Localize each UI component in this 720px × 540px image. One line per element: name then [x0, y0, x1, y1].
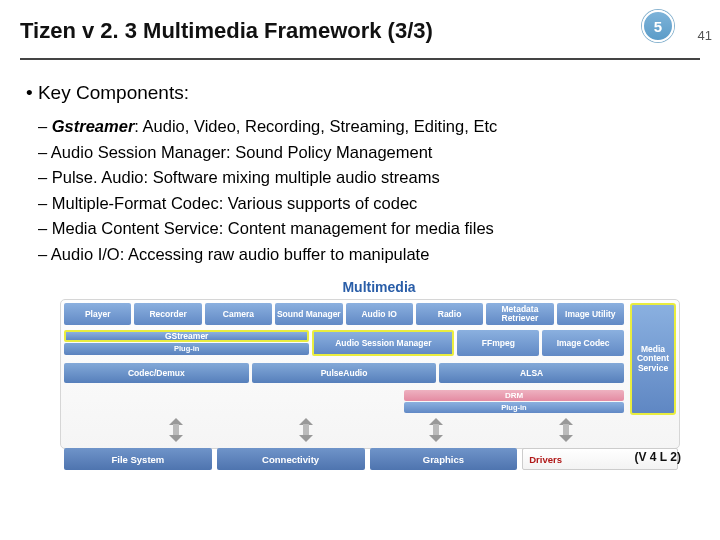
- double-arrow-icon: [423, 418, 449, 442]
- box-metadata-retriever: Metadata Retriever: [486, 303, 553, 325]
- diagram-row-middleware: GStreamer Plug-in Audio Session Manager …: [64, 330, 624, 358]
- page-number-badge: 41: [698, 28, 712, 43]
- box-gstreamer: GStreamer: [64, 330, 309, 342]
- box-gstreamer-plugin: Plug-in: [64, 343, 309, 355]
- box-drm: DRM: [404, 390, 624, 401]
- box-connectivity: Connectivity: [217, 448, 365, 470]
- box-pulseaudio: PulseAudio: [252, 363, 437, 383]
- diagram-footer-row: File System Connectivity Graphics Driver…: [61, 448, 681, 470]
- slide-header: Tizen v 2. 3 Multimedia Framework (3/3) …: [0, 0, 720, 52]
- list-item: Multiple-Format Codec: Various supports …: [56, 191, 694, 217]
- double-arrow-icon: [553, 418, 579, 442]
- architecture-diagram: Multimedia Media Content Service Player …: [60, 279, 698, 449]
- double-arrow-icon: [293, 418, 319, 442]
- box-camera: Camera: [205, 303, 272, 325]
- v4l2-label: (V 4 L 2): [635, 450, 681, 464]
- slide-content: Key Components: Gstreamer: Audio, Video,…: [0, 60, 720, 267]
- box-recorder: Recorder: [134, 303, 201, 325]
- slide-title: Tizen v 2. 3 Multimedia Framework (3/3): [20, 18, 700, 44]
- box-graphics: Graphics: [370, 448, 518, 470]
- section-badge: 5: [642, 10, 674, 42]
- list-item: Audio I/O: Accessing raw audio buffer to…: [56, 242, 694, 268]
- media-content-service-box: Media Content Service: [630, 303, 676, 415]
- box-image-utility: Image Utility: [557, 303, 624, 325]
- gstreamer-group: GStreamer Plug-in: [64, 330, 309, 358]
- box-drm-plugin: Plug-in: [404, 402, 624, 413]
- diagram-row-lowlevel: Codec/Demux PulseAudio ALSA: [64, 363, 624, 383]
- diagram-canvas: Media Content Service Player Recorder Ca…: [60, 299, 680, 449]
- list-item: Media Content Service: Content managemen…: [56, 216, 694, 242]
- diagram-title: Multimedia: [60, 279, 698, 295]
- box-file-system: File System: [64, 448, 212, 470]
- double-arrow-icon: [163, 418, 189, 442]
- diagram-row-apis: Player Recorder Camera Sound Manager Aud…: [64, 303, 624, 325]
- box-ffmpeg: FFmpeg: [457, 330, 539, 356]
- box-audio-session-manager: Audio Session Manager: [312, 330, 454, 356]
- diagram-arrows: [61, 418, 681, 446]
- box-audio-io: Audio IO: [346, 303, 413, 325]
- box-sound-manager: Sound Manager: [275, 303, 342, 325]
- diagram-row-drm: DRM Plug-in: [64, 390, 624, 413]
- section-heading: Key Components:: [26, 82, 694, 104]
- box-image-codec: Image Codec: [542, 330, 624, 356]
- list-item: Gstreamer: Audio, Video, Recording, Stre…: [56, 114, 694, 140]
- box-player: Player: [64, 303, 131, 325]
- bullet-list: Gstreamer: Audio, Video, Recording, Stre…: [26, 114, 694, 267]
- box-alsa: ALSA: [439, 363, 624, 383]
- list-item: Audio Session Manager: Sound Policy Mana…: [56, 140, 694, 166]
- drm-group: DRM Plug-in: [404, 390, 624, 413]
- box-radio: Radio: [416, 303, 483, 325]
- list-item: Pulse. Audio: Software mixing multiple a…: [56, 165, 694, 191]
- box-codec-demux: Codec/Demux: [64, 363, 249, 383]
